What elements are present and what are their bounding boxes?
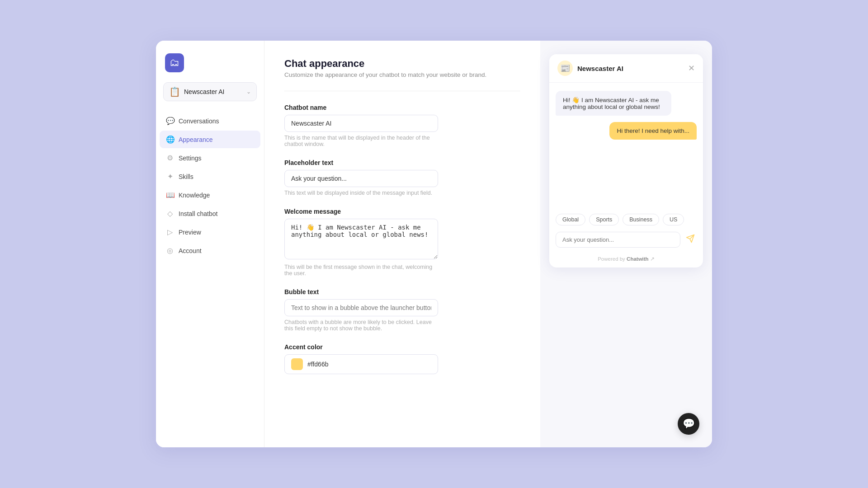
accent-color-group: Accent color #ffd66b [284, 343, 520, 374]
suggestion-us[interactable]: US [663, 214, 684, 225]
bubble-text-group: Bubble text Chatbots with a bubble are m… [284, 288, 520, 332]
welcome-message-textarea[interactable]: Hi! 👋 I am Newscaster AI - ask me anythi… [284, 219, 438, 259]
sidebar-item-label: Install chatbot [179, 210, 217, 217]
chat-input[interactable] [556, 232, 680, 248]
chat-footer: Powered by Chatwith ↗ [549, 253, 703, 267]
chat-header: 📰 Newscaster AI ✕ [549, 54, 703, 83]
sidebar-item-preview[interactable]: ▷ Preview [160, 223, 260, 241]
welcome-message-hint: This will be the first message shown in … [284, 264, 438, 277]
chevron-down-icon: ⌄ [246, 89, 251, 95]
placeholder-text-label: Placeholder text [284, 159, 520, 166]
bot-welcome-message: Hi! 👋 I am Newscaster AI - ask me anythi… [556, 91, 671, 116]
suggestion-business[interactable]: Business [623, 214, 659, 225]
color-hex-value: #ffd66b [307, 361, 328, 368]
powered-by-text: Powered by [598, 256, 627, 262]
chat-header-name: Newscaster AI [577, 65, 623, 72]
main-content: Chat appearance Customize the appearance… [264, 41, 540, 447]
launcher-button[interactable]: 💬 [678, 413, 699, 435]
knowledge-icon: 📖 [166, 191, 174, 199]
sidebar-nav: 💬 Conversations 🌐 Appearance ⚙ Settings … [156, 112, 264, 447]
sidebar-item-label: Appearance [179, 136, 213, 143]
accent-color-input-row[interactable]: #ffd66b [284, 354, 438, 374]
sidebar-item-skills[interactable]: ✦ Skills [160, 168, 260, 185]
conversations-icon: 💬 [166, 117, 174, 125]
sidebar-item-label: Knowledge [179, 192, 210, 199]
welcome-message-group: Welcome message Hi! 👋 I am Newscaster AI… [284, 208, 520, 277]
app-logo-icon: 🗂 [165, 53, 184, 72]
chatbot-name-group: Chatbot name This is the name that will … [284, 104, 520, 147]
page-title: Chat appearance [284, 58, 520, 70]
sidebar-item-label: Account [179, 247, 202, 254]
account-icon: ◎ [166, 246, 174, 255]
bubble-text-input[interactable] [284, 299, 438, 316]
preview-icon: ▷ [166, 228, 174, 236]
appearance-icon: 🌐 [166, 135, 174, 144]
bot-selector-left: 📋 Newscaster AI [169, 86, 224, 97]
page-subtitle: Customize the appearance of your chatbot… [284, 71, 520, 78]
sidebar-item-label: Conversations [179, 117, 219, 125]
accent-color-label: Accent color [284, 343, 520, 351]
suggestion-sports[interactable]: Sports [589, 214, 619, 225]
placeholder-text-group: Placeholder text This text will be displ… [284, 159, 520, 196]
sidebar-item-knowledge[interactable]: 📖 Knowledge [160, 186, 260, 204]
bot-selector[interactable]: 📋 Newscaster AI ⌄ [163, 82, 257, 101]
sidebar-item-settings[interactable]: ⚙ Settings [160, 149, 260, 167]
sidebar-item-label: Settings [179, 155, 202, 162]
sidebar-logo: 🗂 [156, 53, 264, 82]
preview-panel: 📰 Newscaster AI ✕ Hi! 👋 I am Newscaster … [540, 41, 712, 447]
section-divider [284, 91, 520, 91]
sidebar: 🗂 📋 Newscaster AI ⌄ 💬 Conversations 🌐 Ap… [156, 41, 264, 447]
sidebar-item-label: Preview [179, 229, 201, 236]
welcome-message-label: Welcome message [284, 208, 520, 215]
bubble-text-hint: Chatbots with a bubble are more likely t… [284, 319, 438, 332]
bubble-text-label: Bubble text [284, 288, 520, 296]
chat-avatar: 📰 [557, 61, 573, 76]
user-message: Hi there! I need help with... [609, 122, 697, 140]
sidebar-item-appearance[interactable]: 🌐 Appearance [160, 131, 260, 148]
placeholder-text-input[interactable] [284, 170, 438, 187]
sidebar-item-conversations[interactable]: 💬 Conversations [160, 112, 260, 130]
install-icon: ◇ [166, 209, 174, 218]
chat-messages: Hi! 👋 I am Newscaster AI - ask me anythi… [549, 83, 703, 209]
placeholder-text-hint: This text will be displayed inside of th… [284, 190, 438, 196]
chat-close-button[interactable]: ✕ [688, 64, 695, 72]
bot-selector-name: Newscaster AI [184, 88, 224, 95]
chat-window: 📰 Newscaster AI ✕ Hi! 👋 I am Newscaster … [549, 54, 703, 267]
sidebar-item-label: Skills [179, 173, 193, 180]
powered-by-brand: Chatwith [627, 256, 649, 262]
chat-input-row [549, 228, 703, 253]
chat-header-left: 📰 Newscaster AI [557, 61, 623, 76]
skills-icon: ✦ [166, 172, 174, 181]
sidebar-item-install-chatbot[interactable]: ◇ Install chatbot [160, 205, 260, 222]
chatbot-name-label: Chatbot name [284, 104, 520, 111]
chatbot-name-input[interactable] [284, 115, 438, 132]
suggestion-global[interactable]: Global [556, 214, 585, 225]
chat-send-button[interactable] [684, 232, 697, 247]
sidebar-item-account[interactable]: ◎ Account [160, 242, 260, 259]
launcher-icon: 💬 [683, 418, 695, 430]
bot-selector-emoji: 📋 [169, 86, 180, 97]
settings-icon: ⚙ [166, 154, 174, 162]
chatbot-name-hint: This is the name that will be displayed … [284, 135, 438, 147]
chat-suggestions: Global Sports Business US [549, 209, 703, 228]
color-swatch [291, 358, 303, 370]
